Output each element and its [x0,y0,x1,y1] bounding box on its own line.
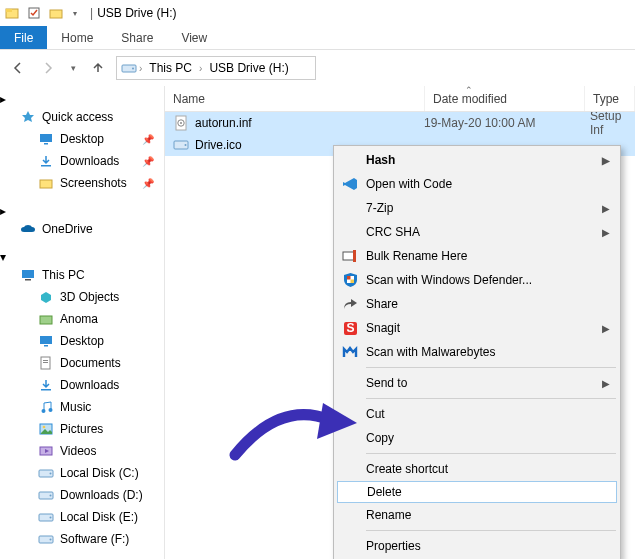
menu-item-delete[interactable]: Delete [337,481,617,503]
menu-item-rename[interactable]: Rename [336,503,618,527]
sidebar-item-label: Desktop [60,334,104,348]
sidebar-item-pictures[interactable]: Pictures [0,418,164,440]
qat-folder-icon[interactable] [48,5,64,21]
snagit-icon: S [340,318,360,338]
app-icon [4,5,20,21]
ribbon-tab-home[interactable]: Home [47,26,107,49]
vscode-icon [340,174,360,194]
documents-icon [38,355,54,371]
sidebar-quick-access[interactable]: Quick access [0,106,164,128]
chevron-right-icon[interactable]: ▸ [0,92,6,106]
sidebar-item-label: Downloads [60,154,119,168]
menu-item-hash[interactable]: Hash ▶ [336,148,618,172]
menu-item-share[interactable]: Share [336,292,618,316]
pin-icon: 📌 [142,134,154,145]
menu-item-malwarebytes[interactable]: Scan with Malwarebytes [336,340,618,364]
svg-text:S: S [346,321,354,335]
ribbon-file-tab[interactable]: File [0,26,47,49]
nav-back-button[interactable] [6,56,30,80]
menu-item-cut[interactable]: Cut [336,402,618,426]
sidebar-item-documents[interactable]: Documents [0,352,164,374]
menu-item-properties[interactable]: Properties [336,534,618,558]
pc-icon [20,267,36,283]
menu-item-defender[interactable]: Scan with Windows Defender... [336,268,618,292]
drive-icon [121,60,137,76]
sidebar-item-downloads-d[interactable]: Downloads (D:) [0,484,164,506]
svg-point-25 [50,472,52,474]
menu-item-label: Cut [366,407,385,421]
menu-item-7zip[interactable]: 7-Zip ▶ [336,196,618,220]
chevron-right-icon: ▶ [602,203,610,214]
chevron-right-icon[interactable]: › [137,63,144,74]
menu-separator [366,453,616,454]
menu-item-open-with-code[interactable]: Open with Code [336,172,618,196]
svg-point-36 [185,144,187,146]
svg-point-20 [48,408,52,412]
sidebar-item-videos[interactable]: Videos [0,440,164,462]
column-date[interactable]: Date modified [425,86,585,111]
nav-up-button[interactable] [86,56,110,80]
chevron-right-icon: ▶ [602,227,610,238]
menu-item-send-to[interactable]: Send to ▶ [336,371,618,395]
chevron-right-icon[interactable]: ▸ [0,204,6,218]
sidebar-item-desktop[interactable]: Desktop 📌 [0,128,164,150]
svg-point-22 [43,426,46,429]
chevron-down-icon[interactable]: ▾ [0,250,6,264]
svg-rect-10 [22,270,34,278]
sidebar-item-screenshots[interactable]: Screenshots 📌 [0,172,164,194]
menu-item-crc-sha[interactable]: CRC SHA ▶ [336,220,618,244]
menu-item-bulk-rename[interactable]: Bulk Rename Here [336,244,618,268]
title-separator: | [86,6,97,20]
folder-icon [38,175,54,191]
disk-icon [38,465,54,481]
inf-file-icon [173,115,189,131]
svg-point-31 [50,538,52,540]
defender-icon [340,270,360,290]
menu-item-label: Copy [366,431,394,445]
svg-rect-17 [43,362,48,363]
sort-indicator-icon: ⌃ [465,85,473,95]
svg-rect-6 [40,134,52,142]
sidebar-item-local-disk-c[interactable]: Local Disk (C:) [0,462,164,484]
sidebar-item-anoma[interactable]: Anoma [0,308,164,330]
disk-icon [38,531,54,547]
title-bar: ▾ | USB Drive (H:) [0,0,635,26]
sidebar-onedrive[interactable]: OneDrive [0,218,164,240]
breadcrumb-leaf[interactable]: USB Drive (H:) [204,61,293,75]
sidebar-item-music[interactable]: Music [0,396,164,418]
sidebar-item-downloads-pc[interactable]: Downloads [0,374,164,396]
svg-rect-1 [6,9,12,12]
sidebar-item-desktop-pc[interactable]: Desktop [0,330,164,352]
sidebar-item-3d-objects[interactable]: 3D Objects [0,286,164,308]
address-bar[interactable]: › This PC › USB Drive (H:) [116,56,316,80]
file-row[interactable]: autorun.inf 19-May-20 10:00 AM Setup Inf [165,112,635,134]
pin-icon: 📌 [142,178,154,189]
column-type[interactable]: Type [585,86,635,111]
column-name[interactable]: Name [165,86,425,111]
svg-point-5 [132,68,134,70]
nav-forward-button[interactable] [36,56,60,80]
sidebar-item-local-disk-e[interactable]: Local Disk (E:) [0,506,164,528]
sidebar-item-downloads[interactable]: Downloads 📌 [0,150,164,172]
ribbon-tab-share[interactable]: Share [107,26,167,49]
chevron-right-icon[interactable]: › [197,63,204,74]
svg-rect-37 [343,252,354,260]
menu-item-copy[interactable]: Copy [336,426,618,450]
menu-item-create-shortcut[interactable]: Create shortcut [336,457,618,481]
breadcrumb-this-pc[interactable]: This PC [144,61,197,75]
file-name: Drive.ico [195,138,242,152]
nav-sidebar: ▸ Quick access Desktop 📌 Downloads 📌 Scr… [0,86,165,559]
context-menu: Hash ▶ Open with Code 7-Zip ▶ CRC SHA ▶ … [333,145,621,559]
nav-recent-dropdown[interactable]: ▾ [66,56,80,80]
sidebar-item-software-f[interactable]: Software (F:) [0,528,164,550]
svg-rect-11 [25,279,31,281]
qat-save-icon[interactable] [26,5,42,21]
pictures-icon [38,421,54,437]
sidebar-this-pc[interactable]: This PC [0,264,164,286]
svg-rect-40 [347,276,351,280]
ribbon-tab-view[interactable]: View [167,26,221,49]
qat-dropdown-icon[interactable]: ▾ [70,5,80,21]
svg-rect-38 [353,250,356,262]
svg-rect-8 [41,165,51,167]
menu-item-snagit[interactable]: S Snagit ▶ [336,316,618,340]
